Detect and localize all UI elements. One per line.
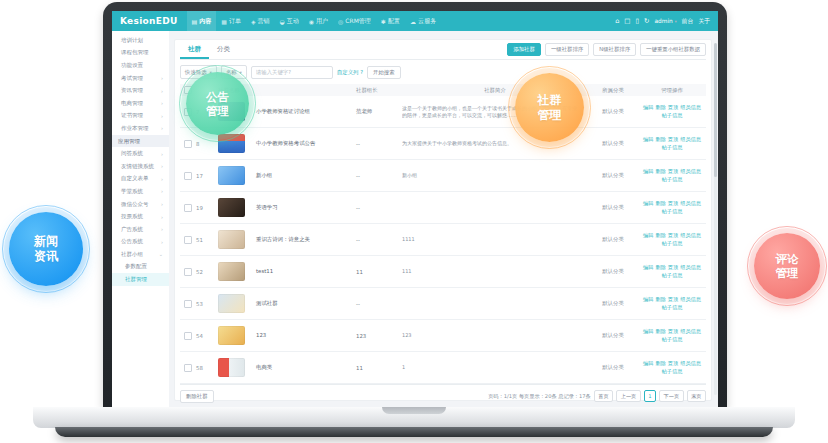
tab-category[interactable]: 分类 — [209, 40, 238, 59]
row-checkbox[interactable] — [184, 140, 192, 148]
action-link-4[interactable]: 帖子信息 — [662, 272, 683, 279]
frontend-link[interactable]: 前台 — [682, 17, 694, 26]
sidebar-item-18[interactable]: 参数配置 — [112, 261, 169, 274]
sort-levelN-button[interactable]: N级社群排序 — [593, 43, 636, 56]
sidebar-item-16[interactable]: 公告系统› — [112, 236, 169, 249]
action-link-2[interactable]: 置顶 — [668, 104, 678, 111]
about-link[interactable]: 关于 — [698, 17, 710, 26]
action-link-3[interactable]: 组员信息 — [680, 168, 701, 175]
mobile-icon[interactable]: ▯ — [636, 17, 640, 25]
action-link-4[interactable]: 帖子信息 — [662, 112, 683, 119]
row-checkbox[interactable] — [184, 332, 192, 340]
nav-settings[interactable]: ✱配置 — [376, 11, 405, 31]
sidebar-item-14[interactable]: 投票系统› — [112, 210, 169, 223]
tab-community[interactable]: 社群 — [180, 40, 209, 59]
sidebar-item-15[interactable]: 广告系统› — [112, 223, 169, 236]
action-link-3[interactable]: 组员信息 — [680, 136, 701, 143]
sidebar-item-11[interactable]: 自定义表单› — [112, 173, 169, 186]
sidebar-item-13[interactable]: 微信公众号› — [112, 198, 169, 211]
admin-menu[interactable]: admin ▾ — [655, 18, 677, 24]
add-community-button[interactable]: 添加社群 — [507, 43, 541, 56]
action-link-3[interactable]: 组员信息 — [680, 360, 701, 367]
action-link-0[interactable]: 编辑 — [643, 136, 653, 143]
action-link-2[interactable]: 置顶 — [668, 200, 678, 207]
sidebar-item-6[interactable]: 证书管理› — [112, 110, 169, 123]
sidebar-item-9[interactable]: 问答系统› — [112, 147, 169, 160]
action-link-0[interactable]: 编辑 — [643, 296, 653, 303]
action-link-3[interactable]: 组员信息 — [680, 200, 701, 207]
action-link-3[interactable]: 组员信息 — [680, 296, 701, 303]
pager-button-4[interactable]: 末页 — [687, 390, 706, 402]
pager-button-0[interactable]: 首页 — [594, 390, 613, 402]
row-checkbox[interactable] — [184, 268, 192, 276]
action-link-3[interactable]: 组员信息 — [680, 264, 701, 271]
scrollbar[interactable] — [714, 43, 717, 395]
sidebar-item-2[interactable]: 功能设置 — [112, 59, 169, 72]
nav-interaction[interactable]: ◒互动 — [275, 11, 304, 31]
action-link-2[interactable]: 置顶 — [668, 360, 678, 367]
nav-content[interactable]: ▤内容 — [187, 11, 217, 31]
row-checkbox[interactable] — [184, 300, 192, 308]
action-link-2[interactable]: 置顶 — [668, 296, 678, 303]
sidebar-item-7[interactable]: 作业本管理› — [112, 122, 169, 135]
action-link-1[interactable]: 删除 — [655, 104, 665, 111]
pager-button-2[interactable]: 1 — [644, 390, 656, 402]
action-link-4[interactable]: 帖子信息 — [662, 240, 683, 247]
sidebar-item-17[interactable]: 社群小组⌄ — [112, 248, 169, 261]
nav-marketing[interactable]: ◈营销 — [246, 11, 275, 31]
sidebar-item-1[interactable]: 课程包管理 — [112, 47, 169, 60]
custom-columns-link[interactable]: 自定义列 ? — [337, 69, 363, 76]
sidebar-item-8[interactable]: 应用管理 — [112, 135, 169, 148]
action-link-2[interactable]: 置顶 — [668, 264, 678, 271]
action-link-4[interactable]: 帖子信息 — [662, 336, 683, 343]
reset-group-data-button[interactable]: 一键重置小组社群数据 — [640, 43, 706, 56]
action-link-4[interactable]: 帖子信息 — [662, 176, 683, 183]
action-link-3[interactable]: 组员信息 — [680, 328, 701, 335]
desktop-icon[interactable]: □ — [624, 17, 630, 25]
sidebar-item-10[interactable]: 友情链接系统› — [112, 160, 169, 173]
sidebar-item-12[interactable]: 学堂系统› — [112, 185, 169, 198]
sort-level1-button[interactable]: 一级社群排序 — [545, 43, 589, 56]
action-link-0[interactable]: 编辑 — [643, 168, 653, 175]
action-link-1[interactable]: 删除 — [655, 328, 665, 335]
action-link-2[interactable]: 置顶 — [668, 136, 678, 143]
row-checkbox[interactable] — [184, 172, 192, 180]
action-link-1[interactable]: 删除 — [655, 232, 665, 239]
action-link-0[interactable]: 编辑 — [643, 328, 653, 335]
sidebar-item-19[interactable]: 社群管理 — [112, 273, 169, 286]
row-checkbox[interactable] — [184, 364, 192, 372]
sidebar-item-3[interactable]: 考试管理› — [112, 72, 169, 85]
action-link-1[interactable]: 删除 — [655, 200, 665, 207]
keyword-input[interactable] — [251, 66, 333, 79]
sidebar-item-4[interactable]: 资讯管理› — [112, 84, 169, 97]
action-link-0[interactable]: 编辑 — [643, 232, 653, 239]
home-icon[interactable]: ⌂ — [615, 17, 619, 25]
row-checkbox[interactable] — [184, 236, 192, 244]
delete-community-button[interactable]: 删除社群 — [180, 390, 214, 403]
action-link-4[interactable]: 帖子信息 — [662, 144, 683, 151]
action-link-1[interactable]: 删除 — [655, 360, 665, 367]
nav-cloud[interactable]: ☁云服务 — [405, 11, 441, 31]
action-link-2[interactable]: 置顶 — [668, 168, 678, 175]
action-link-0[interactable]: 编辑 — [643, 104, 653, 111]
action-link-1[interactable]: 删除 — [655, 296, 665, 303]
scrollbar-thumb[interactable] — [714, 43, 717, 177]
action-link-0[interactable]: 编辑 — [643, 264, 653, 271]
action-link-0[interactable]: 编辑 — [643, 360, 653, 367]
nav-users[interactable]: ◉用户 — [304, 11, 333, 31]
action-link-4[interactable]: 帖子信息 — [662, 208, 683, 215]
sync-icon[interactable]: ↻ — [644, 17, 649, 25]
action-link-2[interactable]: 置顶 — [668, 232, 678, 239]
action-link-3[interactable]: 组员信息 — [680, 232, 701, 239]
action-link-4[interactable]: 帖子信息 — [662, 304, 683, 311]
sidebar-item-5[interactable]: 电商管理› — [112, 97, 169, 110]
action-link-2[interactable]: 置顶 — [668, 328, 678, 335]
nav-orders[interactable]: ▦订单 — [216, 11, 246, 31]
sidebar-item-0[interactable]: 培训计划 — [112, 34, 169, 47]
action-link-1[interactable]: 删除 — [655, 264, 665, 271]
action-link-1[interactable]: 删除 — [655, 168, 665, 175]
action-link-4[interactable]: 帖子信息 — [662, 368, 683, 375]
pager-button-3[interactable]: 下一页 — [659, 390, 684, 402]
action-link-1[interactable]: 删除 — [655, 136, 665, 143]
nav-crm[interactable]: ◎CRM管理 — [333, 11, 376, 31]
